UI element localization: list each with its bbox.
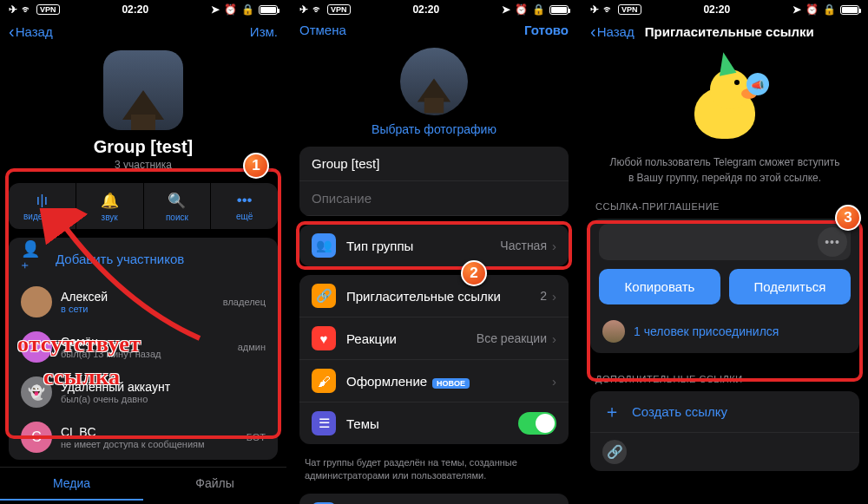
link-icon: 🔗 (312, 284, 336, 308)
annotation-text-1: отсутствует (17, 330, 141, 359)
vpn-badge: VPN (36, 4, 60, 15)
status-time: 02:20 (122, 3, 148, 16)
lock-icon: 🔒 (532, 3, 545, 16)
back-button[interactable]: ‹Назад (9, 23, 53, 40)
status-time: 02:20 (412, 3, 439, 16)
themes-icon: ☰ (312, 411, 336, 435)
settings-card: 🔗 Пригласительные ссылки 2 › ♥ Реакции В… (299, 275, 569, 444)
status-bar: ✈ᯤVPN 02:20 ➤⏰🔒 (0, 0, 286, 17)
heart-icon: ♥ (312, 326, 336, 350)
brush-icon: 🖌 (312, 369, 336, 393)
sound-button[interactable]: 🔔звук (76, 183, 144, 229)
location-icon: ➤ (792, 3, 801, 16)
joined-row[interactable]: 1 человек присоединился (590, 313, 859, 353)
copy-button[interactable]: Копировать (599, 269, 720, 304)
group-avatar[interactable] (103, 50, 183, 130)
back-button[interactable]: ‹Назад (590, 23, 635, 40)
lock-icon: 🔒 (241, 3, 254, 16)
screenshot-3: ✈ᯤVPN 02:20 ➤⏰🔒 ‹Назад Пригласительные с… (582, 0, 868, 504)
cancel-button[interactable]: Отмена (299, 23, 346, 37)
chevron-left-icon: ‹ (9, 23, 15, 40)
page-title: Пригласительные ссылки (645, 24, 814, 39)
invite-links-row[interactable]: 🔗 Пригласительные ссылки 2 › (299, 275, 569, 317)
wifi-icon: ᯤ (312, 3, 323, 16)
nav-bar: ‹Назад Изм. (0, 17, 286, 47)
search-icon: 🔍 (146, 192, 209, 210)
content-tabs: Медиа Файлы (0, 467, 286, 501)
search-button[interactable]: 🔍поиск (144, 183, 212, 229)
member-row[interactable]: C CL BCне имеет доступа к сообщениям БОТ (9, 415, 278, 460)
edit-button[interactable]: Изм. (250, 24, 278, 39)
airplane-icon: ✈ (9, 3, 17, 16)
chevron-left-icon: ‹ (590, 23, 596, 40)
section-title-invite: ССЫЛКА-ПРИГЛАШЕНИЕ (582, 191, 868, 215)
done-button[interactable]: Готово (524, 23, 569, 37)
chevron-right-icon: › (552, 239, 556, 253)
additional-links-card: ＋ Создать ссылку 🔗 (590, 391, 859, 471)
member-row[interactable]: Алексейв сети владелец (9, 279, 278, 324)
appearance-row[interactable]: 🖌 ОформлениеНОВОЕ › (299, 359, 569, 402)
group-desc-input[interactable]: Описание (299, 181, 569, 216)
themes-switch[interactable] (518, 412, 556, 435)
tab-media[interactable]: Медиа (0, 468, 143, 501)
reactions-row[interactable]: ♥ Реакции Все реакции › (299, 317, 569, 359)
group-avatar-edit[interactable] (400, 48, 468, 115)
themes-hint: Чат группы будет разделён на темы, созда… (291, 453, 577, 483)
location-icon: ➤ (502, 3, 510, 16)
alarm-icon: ⏰ (515, 3, 528, 16)
members-row[interactable]: 👥 Участники 3 › (299, 494, 569, 504)
info-section: 📣 Любой пользователь Telegram сможет вст… (582, 47, 868, 191)
alarm-icon: ⏰ (806, 3, 819, 16)
status-time: 02:20 (703, 3, 730, 16)
location-icon: ➤ (211, 3, 220, 16)
vpn-badge: VPN (618, 4, 641, 15)
choose-photo-button[interactable]: Выбрать фотографию (291, 122, 577, 136)
chevron-right-icon: › (552, 374, 556, 389)
member-avatar: C (21, 422, 52, 453)
link-more-button[interactable]: ••• (818, 227, 847, 257)
info-text: Любой пользователь Telegram сможет вступ… (608, 154, 842, 186)
action-card: ı|ıвидеочат 🔔звук 🔍поиск •••ещё (9, 183, 278, 229)
step-badge-2: 2 (461, 260, 487, 286)
duck-sticker: 📣 (686, 64, 764, 142)
screenshot-2: ✈ᯤVPN 02:20 ➤⏰🔒 Отмена Готово Выбрать фо… (291, 0, 577, 504)
members-nav-card: 👥 Участники 3 › (299, 494, 569, 504)
themes-row[interactable]: ☰ Темы (299, 402, 569, 444)
annotation-text-2: ссылка (43, 363, 121, 392)
battery-icon (840, 5, 859, 15)
title-card: Group [test] Описание (299, 147, 569, 216)
share-button[interactable]: Поделиться (729, 269, 851, 304)
member-avatar (21, 286, 52, 317)
extra-link-row[interactable]: 🔗 (590, 432, 859, 471)
add-member-icon: 👤⁺ (21, 246, 45, 271)
new-badge: НОВОЕ (432, 378, 470, 389)
group-type-row[interactable]: 👥 Тип группы Частная › (299, 225, 569, 266)
vpn-badge: VPN (327, 4, 351, 15)
status-bar: ✈ᯤVPN 02:20 ➤⏰🔒 (291, 0, 577, 17)
invite-link-field[interactable]: ••• (599, 224, 851, 260)
type-card: 👥 Тип группы Частная › (299, 225, 569, 266)
airplane-icon: ✈ (299, 3, 308, 16)
battery-icon (549, 5, 569, 15)
nav-bar: ‹Назад Пригласительные ссылки (582, 17, 868, 47)
videochat-icon: ı|ı (10, 192, 74, 209)
add-members-label: Добавить участников (56, 252, 184, 266)
plus-icon: ＋ (602, 400, 621, 423)
wifi-icon: ᯤ (22, 3, 32, 16)
create-link-row[interactable]: ＋ Создать ссылку (590, 391, 859, 432)
tab-files[interactable]: Файлы (143, 468, 286, 501)
airplane-icon: ✈ (590, 3, 599, 16)
group-title: Group [test] (0, 137, 286, 157)
back-label: Назад (597, 24, 635, 39)
group-type-icon: 👥 (312, 233, 336, 258)
group-name-input[interactable]: Group [test] (299, 147, 569, 181)
screenshot-1: ✈ᯤVPN 02:20 ➤⏰🔒 ‹Назад Изм. Group [test]… (0, 0, 286, 504)
more-button[interactable]: •••ещё (211, 183, 278, 229)
back-label: Назад (16, 24, 53, 39)
joined-label: 1 человек присоединился (634, 324, 779, 338)
battery-icon (259, 5, 278, 15)
videochat-button[interactable]: ı|ıвидеочат (9, 183, 76, 229)
step-badge-3: 3 (835, 205, 861, 231)
add-members-row[interactable]: 👤⁺ Добавить участников (9, 238, 278, 279)
step-badge-1: 1 (243, 153, 269, 179)
